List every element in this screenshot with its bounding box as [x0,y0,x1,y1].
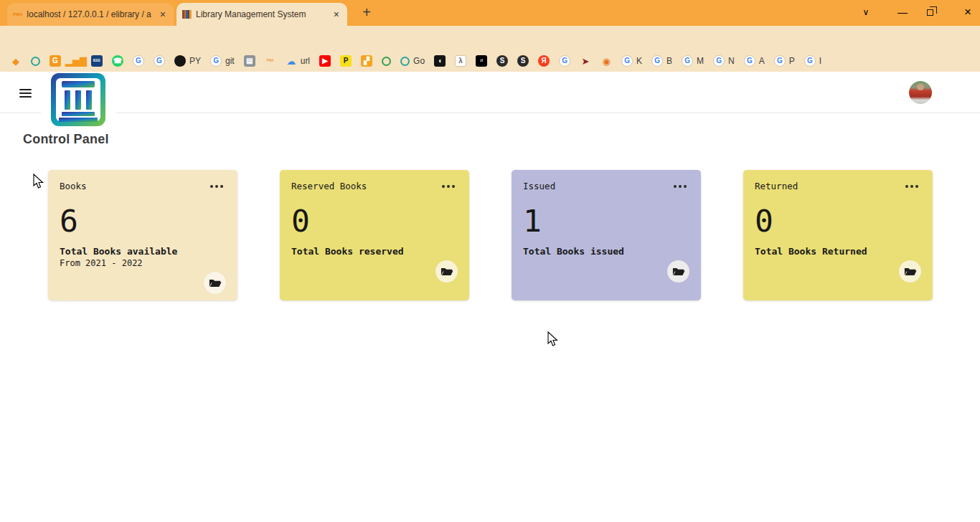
card-menu-button[interactable] [905,183,921,190]
github-icon [174,55,186,67]
bookmark-item[interactable]: GM [682,55,704,67]
bookmark-item[interactable]: ☎ [112,55,123,67]
s-dark-icon: S [496,55,508,67]
youtube-icon: ▶ [319,55,331,67]
s-dark-icon: S [517,55,529,67]
google-icon: G [133,55,144,67]
eye-icon: ◉ [600,55,612,67]
card-title: Issued [523,181,555,191]
google-icon: G [154,55,165,67]
library-logo [41,72,116,128]
card-value: 6 [60,206,226,237]
card-value: 1 [523,206,689,237]
bookmark-label: N [728,56,735,66]
bookmark-label: A [759,56,765,66]
ieee-icon: IEEE [91,55,103,67]
card-menu-button[interactable] [210,183,226,190]
new-tab-button[interactable]: + [357,4,376,22]
cards-row: Books 6 Total Books available From 2021 … [48,170,933,300]
bird-icon: ◖ [434,55,446,67]
bookmark-item[interactable]: ◉ [600,55,612,67]
bookmark-item[interactable]: GK [621,55,642,67]
g-orange-icon: G [50,55,61,67]
bookmark-item[interactable]: ▤ [244,55,255,67]
archive-icon: ▤ [244,55,255,67]
cloud-icon: ☁ [286,55,297,67]
bookmark-item[interactable]: ▂▅▇ [70,55,82,67]
minimize-button[interactable]: — [892,6,913,18]
card-description: Total Books reserved [291,246,458,257]
user-avatar[interactable] [909,81,932,104]
bookmark-label: B [666,56,672,66]
close-window-button[interactable]: × [957,5,979,19]
bookmark-item[interactable]: Я [538,55,550,67]
bookmark-item[interactable]: GN [713,55,735,67]
bookmark-label: I [819,56,821,66]
bookmark-item[interactable]: GP [774,55,795,67]
restore-window-button[interactable] [927,9,933,16]
ring-green-icon [382,57,391,66]
bookmark-item[interactable]: ☁url [286,55,310,67]
bookmark-label: Go [413,56,425,66]
open-folder-button[interactable] [204,272,226,294]
google-icon: G [559,55,570,67]
open-folder-button[interactable] [435,260,458,283]
google-icon: G [804,55,816,67]
bookmark-item[interactable] [382,57,391,66]
bookmark-item[interactable]: ▶ [319,55,331,67]
pma-icon: PMA [265,55,276,67]
bookmark-item[interactable]: G [50,55,61,67]
bookmark-item[interactable]: Go [400,56,425,66]
card-menu-button[interactable] [674,183,689,190]
bookmark-item[interactable]: Ggit [210,55,235,67]
open-folder-button[interactable] [899,260,921,283]
menu-hamburger-icon[interactable] [19,89,32,98]
bookmark-item[interactable]: PMA [265,55,276,67]
cursor-pointer-icon [547,331,559,347]
bookmark-item[interactable]: S [496,55,508,67]
card-title: Reserved Books [291,181,367,191]
google-icon: G [651,55,663,67]
yandex-icon: Я [538,55,550,67]
kite-icon: ➤ [580,55,591,67]
phpmyadmin-favicon-icon: PMA [13,12,22,16]
card-subtext: From 2021 - 2022 [60,258,226,268]
tab-close-icon[interactable]: × [331,9,341,20]
stat-card: Reserved Books 0 Total Books reserved [280,170,469,300]
bookmark-item[interactable] [31,57,40,66]
cl-icon: cl [476,55,487,67]
header-divider [0,113,980,113]
google-icon: G [621,55,633,67]
bookmark-item[interactable]: GA [744,55,765,67]
folder-icon [440,266,453,277]
stat-card: Books 6 Total Books available From 2021 … [48,170,237,300]
bookmark-item[interactable]: G [154,55,165,67]
bookmark-label: url [301,56,310,66]
tab-library-management[interactable]: Library Management System × [176,3,347,26]
bookmark-item[interactable]: λ [455,55,466,67]
bookmark-item[interactable]: G [559,55,570,67]
bookmark-item[interactable]: ◖ [434,55,446,67]
browser-toolbar: ← → i localhost/eLibrary/index.php ☆ a P… [0,26,980,50]
ring-teal-icon [400,57,410,66]
bookmark-item[interactable]: IEEE [91,55,103,67]
bookmark-item[interactable]: ▞ [361,55,372,67]
bookmark-item[interactable]: GB [651,55,672,67]
page-title: Control Panel [23,132,109,147]
bookmark-item[interactable]: ◆ [10,55,22,67]
bookmark-item[interactable]: P [340,55,352,67]
tab-phpmyadmin[interactable]: PMA localhost / 127.0.0.1 / elibrary / a… [7,3,174,26]
bookmark-item[interactable]: GI [804,55,821,67]
tab-close-icon[interactable]: × [158,9,168,20]
bookmarks-list: ◆G▂▅▇IEEE☎GGPYGgit▤PMA☁url▶P▞Go◖λclSSЯG➤… [0,55,980,67]
card-menu-button[interactable] [442,183,458,190]
google-icon: G [774,55,786,67]
bookmark-item[interactable]: cl [476,55,487,67]
open-folder-button[interactable] [667,260,689,283]
bookmark-item[interactable]: PY [174,55,201,67]
bookmark-item[interactable]: ➤ [580,55,591,67]
stat-card: Returned 0 Total Books Returned [743,170,933,300]
bookmark-item[interactable]: S [517,55,529,67]
tab-search-chevron-icon[interactable]: ∨ [855,7,877,17]
bookmark-item[interactable]: G [133,55,144,67]
